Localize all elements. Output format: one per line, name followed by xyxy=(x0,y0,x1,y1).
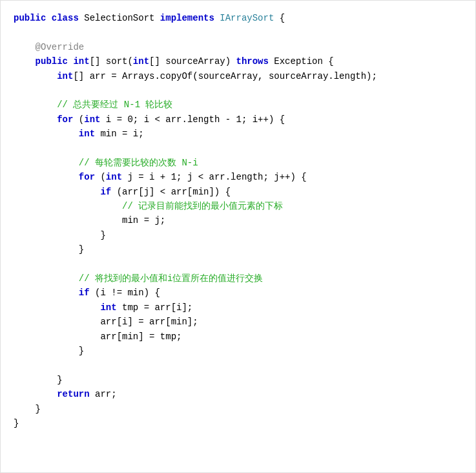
code-token: tmp = arr[i]; xyxy=(117,302,193,313)
code-token: } xyxy=(14,375,63,385)
code-token xyxy=(14,71,57,81)
code-line xyxy=(14,83,462,98)
code-token xyxy=(14,201,122,211)
code-token: public xyxy=(36,56,74,67)
code-token: // 将找到的最小值和i位置所在的值进行交换 xyxy=(79,273,264,284)
code-token: ( xyxy=(100,172,105,182)
code-token: implements xyxy=(160,13,220,23)
code-line: // 记录目前能找到的最小值元素的下标 xyxy=(14,199,462,213)
code-token: if xyxy=(100,187,111,197)
code-line: min = j; xyxy=(14,213,462,227)
code-token: // 记录目前能找到的最小值元素的下标 xyxy=(122,201,283,211)
code-token: int xyxy=(57,71,73,81)
code-token: return xyxy=(57,389,89,399)
code-line xyxy=(14,25,462,39)
code-token xyxy=(14,114,57,125)
code-line: if (arr[j] < arr[min]) { xyxy=(14,185,462,199)
code-line: public int[] sort(int[] sourceArray) thr… xyxy=(14,54,462,68)
code-content: public class SelectionSort implements IA… xyxy=(14,11,462,430)
code-line: for (int i = 0; i < arr.length - 1; i++)… xyxy=(14,112,462,127)
code-token: Exception { xyxy=(274,56,333,67)
code-line: for (int j = i + 1; j < arr.length; j++)… xyxy=(14,170,462,184)
code-line: public class SelectionSort implements IA… xyxy=(14,11,462,25)
code-token: arr[min] = tmp; xyxy=(14,331,181,342)
code-token: arr[i] = arr[min]; xyxy=(14,317,198,327)
code-token: j = i + 1; j < arr.length; j++) { xyxy=(122,172,307,182)
code-token: int xyxy=(79,129,95,139)
code-token: i = 0; i < arr.length - 1; i++) { xyxy=(100,114,285,125)
code-token: for xyxy=(79,172,101,182)
code-token xyxy=(14,187,100,197)
code-token: } xyxy=(14,404,41,414)
code-line xyxy=(14,142,462,156)
code-token: public xyxy=(14,13,52,23)
code-token: ( xyxy=(79,114,84,125)
code-line: // 将找到的最小值和i位置所在的值进行交换 xyxy=(14,271,462,286)
code-token xyxy=(14,56,36,67)
code-line: } xyxy=(14,416,462,430)
code-line: @Override xyxy=(14,40,462,54)
code-token: arr; xyxy=(90,389,117,399)
code-line: int[] arr = Arrays.copyOf(sourceArray, s… xyxy=(14,69,462,83)
code-editor: public class SelectionSort implements IA… xyxy=(0,0,476,473)
code-line: } xyxy=(14,402,462,416)
code-token: int xyxy=(84,114,100,125)
code-token: } xyxy=(14,230,106,240)
code-token xyxy=(14,158,79,168)
code-token: min = i; xyxy=(95,129,144,139)
code-line: } xyxy=(14,344,462,358)
code-token: int xyxy=(100,302,116,313)
code-token: } xyxy=(14,418,19,428)
code-token: [] arr = Arrays.copyOf(sourceArray, sour… xyxy=(73,71,377,81)
code-token: int xyxy=(106,172,122,182)
code-line xyxy=(14,358,462,372)
code-token: if xyxy=(79,288,90,298)
code-token: // 每轮需要比较的次数 N-i xyxy=(79,158,198,168)
code-token: int xyxy=(73,56,89,67)
code-line: int tmp = arr[i]; xyxy=(14,300,462,315)
code-line: return arr; xyxy=(14,387,462,401)
code-token: class xyxy=(52,13,84,23)
code-token: SelectionSort xyxy=(84,13,160,23)
code-line: } xyxy=(14,242,462,257)
code-token: (i != min) { xyxy=(90,288,160,298)
code-token: } xyxy=(14,244,84,255)
code-token: int xyxy=(133,56,149,67)
code-token xyxy=(14,302,100,313)
code-token: (arr[j] < arr[min]) { xyxy=(111,187,231,197)
code-token xyxy=(14,100,57,110)
code-token: for xyxy=(57,114,79,125)
code-token xyxy=(14,288,79,298)
code-line: // 每轮需要比较的次数 N-i xyxy=(14,156,462,170)
code-line: arr[i] = arr[min]; xyxy=(14,315,462,329)
code-line: int min = i; xyxy=(14,127,462,141)
code-token: [] sort( xyxy=(90,56,133,67)
code-token: @Override xyxy=(14,42,84,52)
code-line: if (i != min) { xyxy=(14,286,462,300)
code-token: throws xyxy=(236,56,274,67)
code-line xyxy=(14,257,462,271)
code-line: arr[min] = tmp; xyxy=(14,330,462,344)
code-token: // 总共要经过 N-1 轮比较 xyxy=(57,100,172,110)
code-token xyxy=(14,172,79,182)
code-token: IArraySort xyxy=(220,13,274,23)
code-line: // 总共要经过 N-1 轮比较 xyxy=(14,98,462,112)
code-token: { xyxy=(274,13,285,23)
code-token xyxy=(14,129,79,139)
code-token xyxy=(14,389,57,399)
code-line: } xyxy=(14,228,462,242)
code-line: } xyxy=(14,373,462,387)
code-token: [] sourceArray) xyxy=(149,56,236,67)
code-token: min = j; xyxy=(14,215,165,226)
code-token xyxy=(14,273,79,284)
code-token: } xyxy=(14,346,84,356)
